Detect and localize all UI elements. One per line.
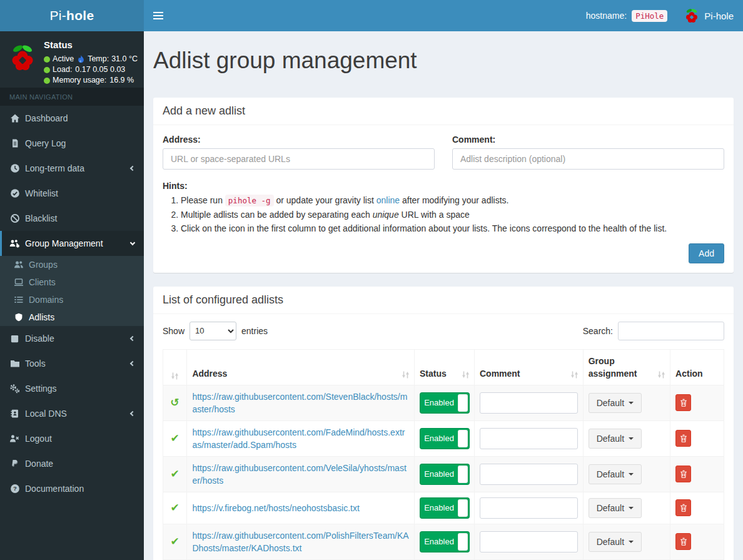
page-size-select[interactable]: 10 <box>190 322 236 340</box>
delete-adlist-button[interactable] <box>675 499 691 516</box>
brand-suffix: hole <box>66 8 94 23</box>
sidebar-item-clients[interactable]: Clients <box>0 273 144 291</box>
sidebar-item-logout[interactable]: Logout <box>0 426 144 451</box>
sidebar-item-documentation[interactable]: ? Documentation <box>0 476 144 501</box>
column-header-address[interactable]: Address <box>187 349 415 385</box>
column-header-status[interactable]: Status <box>415 349 475 385</box>
group-assignment-dropdown[interactable]: Default <box>589 464 642 484</box>
comment-input[interactable] <box>480 464 578 485</box>
status-panel: Status Active Temp: 31.0 °C Load: <box>0 31 144 88</box>
status-title: Status <box>44 39 138 50</box>
sidebar-item-tools[interactable]: Tools <box>0 351 144 376</box>
status-temp-label: Temp: <box>88 54 109 64</box>
gears-icon <box>9 384 20 394</box>
sidebar-item-long-term-data[interactable]: Long-term data <box>0 156 144 181</box>
column-header-group-assignment[interactable]: Group assignment <box>583 349 670 385</box>
toggle-knob <box>458 430 468 447</box>
question-circle-icon: ? <box>9 484 20 494</box>
svg-text:?: ? <box>13 485 17 492</box>
check-icon[interactable]: ✔ <box>171 502 179 513</box>
sidebar-item-label: Donate <box>25 459 53 469</box>
delete-adlist-button[interactable] <box>675 394 691 411</box>
delete-adlist-button[interactable] <box>675 430 691 447</box>
status-toggle[interactable]: Enabled <box>420 392 470 414</box>
pihole-home-link[interactable]: Pi-hole <box>684 8 734 24</box>
top-navbar: Pi-hole hostname: PiHole <box>0 0 743 31</box>
table-row: ↺ https://raw.githubusercontent.com/Stev… <box>163 385 724 420</box>
caret-down-icon <box>629 541 634 543</box>
check-icon[interactable]: ✔ <box>171 536 179 547</box>
shield-icon <box>13 312 24 322</box>
comment-input[interactable] <box>480 497 578 519</box>
adlist-url-link[interactable]: https://raw.githubusercontent.com/VeleSi… <box>192 463 406 486</box>
raspberry-logo-icon <box>684 8 700 24</box>
chevron-left-icon <box>130 361 135 366</box>
adlist-url-link[interactable]: https://v.firebog.net/hosts/neohostsbasi… <box>192 503 359 513</box>
delete-adlist-button[interactable] <box>675 533 691 550</box>
sidebar-item-dashboard[interactable]: Dashboard <box>0 106 144 131</box>
status-toggle[interactable]: Enabled <box>420 497 470 519</box>
status-active-label: Active <box>53 54 74 64</box>
status-memory-value: 16.9 % <box>109 75 134 86</box>
sidebar-item-groups[interactable]: Groups <box>0 256 144 273</box>
table-row: ✔ https://raw.githubusercontent.com/Fade… <box>163 420 724 456</box>
status-toggle[interactable]: Enabled <box>420 464 470 485</box>
sidebar-item-disable[interactable]: Disable <box>0 326 144 351</box>
delete-adlist-button[interactable] <box>675 466 691 482</box>
address-input[interactable] <box>163 148 435 170</box>
sidebar-item-settings[interactable]: Settings <box>0 376 144 401</box>
sort-icon <box>171 372 178 380</box>
users-gear-icon <box>9 238 20 248</box>
adlist-table-panel-title: List of configured adlists <box>153 287 734 314</box>
sidebar-item-blacklist[interactable]: Blacklist <box>0 206 144 231</box>
group-assignment-dropdown[interactable]: Default <box>589 498 642 518</box>
column-header-comment[interactable]: Comment <box>474 349 583 385</box>
group-assignment-dropdown[interactable]: Default <box>589 429 642 449</box>
paypal-icon <box>9 459 20 469</box>
comment-input[interactable] <box>480 531 578 552</box>
comment-input[interactable] <box>480 428 578 449</box>
history-icon[interactable]: ↺ <box>171 397 179 408</box>
column-header-health[interactable] <box>163 349 187 385</box>
status-toggle[interactable]: Enabled <box>420 428 470 449</box>
trash-icon <box>680 434 687 443</box>
add-adlist-panel: Add a new adlist Address: Comment: H <box>153 98 734 273</box>
status-memory-label: Memory usage: <box>53 75 106 86</box>
table-row: ✔ https://v.firebog.net/hosts/neohostsba… <box>163 492 724 524</box>
sidebar-item-query-log[interactable]: Query Log <box>0 131 144 156</box>
new-comment-input[interactable] <box>452 148 724 170</box>
online-link[interactable]: online <box>377 195 400 205</box>
chevron-down-icon <box>130 240 135 245</box>
check-icon[interactable]: ✔ <box>171 433 179 444</box>
temperature-flame-icon <box>78 55 84 64</box>
sidebar-item-label: Dashboard <box>25 113 68 123</box>
sidebar-item-group-management[interactable]: Group Management <box>0 231 144 256</box>
raspberry-logo-icon <box>8 38 38 77</box>
group-assignment-dropdown[interactable]: Default <box>589 393 642 413</box>
comment-input[interactable] <box>480 392 578 414</box>
sidebar-toggle-button[interactable] <box>144 3 173 29</box>
folder-icon <box>9 359 20 369</box>
sidebar-item-donate[interactable]: Donate <box>0 451 144 476</box>
group-assignment-dropdown[interactable]: Default <box>589 532 642 552</box>
brand-logo[interactable]: Pi-hole <box>0 0 144 31</box>
sidebar-item-domains[interactable]: Domains <box>0 291 144 308</box>
add-button[interactable]: Add <box>689 243 724 263</box>
search-input[interactable] <box>618 322 724 340</box>
ban-icon <box>9 213 20 223</box>
status-load-label: Load: <box>53 64 72 75</box>
sort-icon <box>658 371 665 379</box>
hostname-badge: PiHole <box>632 10 667 22</box>
sidebar-item-adlists[interactable]: Adlists <box>0 308 144 326</box>
sidebar-item-whitelist[interactable]: Whitelist <box>0 181 144 206</box>
status-toggle[interactable]: Enabled <box>420 531 470 552</box>
check-icon[interactable]: ✔ <box>171 469 179 479</box>
hint-item: Multiple adlists can be added by separat… <box>181 208 724 221</box>
adlist-url-link[interactable]: https://raw.githubusercontent.com/Polish… <box>192 531 408 553</box>
hints-block: Hints: Please run pihole -g or update yo… <box>163 181 724 235</box>
chevron-left-icon <box>130 166 135 171</box>
adlist-url-link[interactable]: https://raw.githubusercontent.com/FadeMi… <box>192 427 405 450</box>
status-memory-dot <box>44 78 50 84</box>
adlist-url-link[interactable]: https://raw.githubusercontent.com/Steven… <box>192 392 407 414</box>
sidebar-item-local-dns[interactable]: Local DNS <box>0 401 144 426</box>
